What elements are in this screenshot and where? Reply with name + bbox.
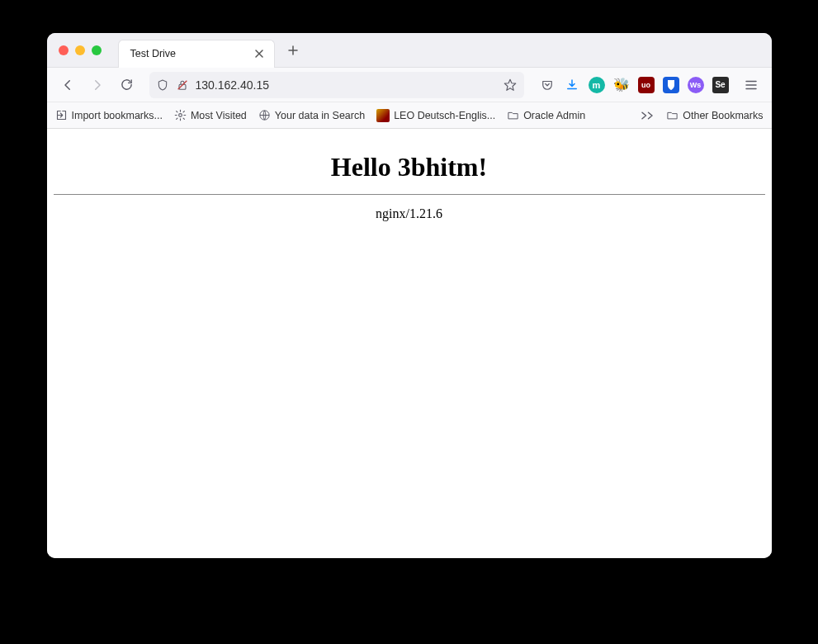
other-bookmarks-folder[interactable]: Other Bookmarks bbox=[666, 109, 763, 121]
extension-ublock-icon[interactable]: uo bbox=[638, 77, 655, 93]
url-text: 130.162.40.15 bbox=[196, 78, 496, 92]
most-visited-bookmark[interactable]: Most Visited bbox=[174, 109, 247, 121]
bookmarks-overflow-icon[interactable] bbox=[640, 110, 655, 121]
bookmark-label: Oracle Admin bbox=[523, 110, 585, 121]
extension-bitwarden-icon[interactable] bbox=[663, 77, 679, 93]
navbar: 130.162.40.15 m 🐝 uo Ws Se bbox=[47, 68, 772, 102]
extension-ws-icon[interactable]: Ws bbox=[688, 77, 704, 93]
reload-button[interactable] bbox=[115, 73, 139, 97]
your-data-bookmark[interactable]: Your data in Search bbox=[258, 109, 365, 121]
import-bookmarks-button[interactable]: Import bookmarks... bbox=[55, 109, 163, 121]
bookmark-label: LEO Deutsch-Englis... bbox=[394, 110, 495, 121]
download-icon[interactable] bbox=[564, 77, 580, 93]
back-button[interactable] bbox=[55, 73, 80, 97]
bookmark-label: Your data in Search bbox=[275, 110, 365, 121]
page-heading: Hello 3bhitm! bbox=[54, 152, 765, 182]
browser-window: Test Drive bbox=[47, 33, 772, 558]
new-tab-button[interactable] bbox=[281, 39, 305, 62]
oracle-admin-bookmark[interactable]: Oracle Admin bbox=[507, 109, 585, 121]
folder-icon bbox=[666, 109, 679, 121]
titlebar: Test Drive bbox=[47, 33, 772, 68]
divider bbox=[54, 194, 765, 195]
leo-bookmark[interactable]: LEO Deutsch-Englis... bbox=[376, 109, 495, 122]
gear-icon bbox=[174, 109, 187, 121]
tab-title: Test Drive bbox=[130, 48, 253, 59]
forward-button[interactable] bbox=[85, 73, 110, 97]
bookmark-star-icon[interactable] bbox=[503, 78, 518, 92]
pocket-icon[interactable] bbox=[539, 77, 556, 93]
server-signature: nginx/1.21.6 bbox=[54, 206, 765, 221]
browser-tab[interactable]: Test Drive bbox=[118, 40, 275, 68]
bookmark-label: Other Bookmarks bbox=[683, 110, 763, 121]
page-content: Hello 3bhitm! nginx/1.21.6 bbox=[47, 129, 772, 558]
folder-icon bbox=[507, 109, 519, 121]
url-bar[interactable]: 130.162.40.15 bbox=[149, 72, 524, 98]
close-tab-button[interactable] bbox=[253, 47, 266, 60]
leo-icon bbox=[376, 109, 390, 122]
bookmark-label: Import bookmarks... bbox=[72, 110, 163, 121]
shield-icon[interactable] bbox=[156, 78, 169, 92]
bookmark-label: Most Visited bbox=[191, 110, 247, 121]
extension-icons: m 🐝 uo Ws Se bbox=[534, 77, 734, 93]
globe-icon bbox=[258, 109, 271, 121]
window-minimize-button[interactable] bbox=[75, 45, 85, 55]
extension-bee-icon[interactable]: 🐝 bbox=[613, 77, 630, 93]
app-menu-button[interactable] bbox=[739, 73, 764, 97]
insecure-lock-icon[interactable] bbox=[176, 78, 189, 92]
window-close-button[interactable] bbox=[59, 45, 69, 55]
window-zoom-button[interactable] bbox=[92, 45, 102, 55]
traffic-lights bbox=[59, 45, 102, 55]
bookmarks-bar: Import bookmarks... Most Visited Your da… bbox=[47, 102, 772, 129]
extension-selenium-icon[interactable]: Se bbox=[712, 77, 729, 93]
extension-m-icon[interactable]: m bbox=[589, 77, 605, 93]
svg-point-2 bbox=[179, 114, 182, 117]
import-icon bbox=[55, 109, 68, 121]
